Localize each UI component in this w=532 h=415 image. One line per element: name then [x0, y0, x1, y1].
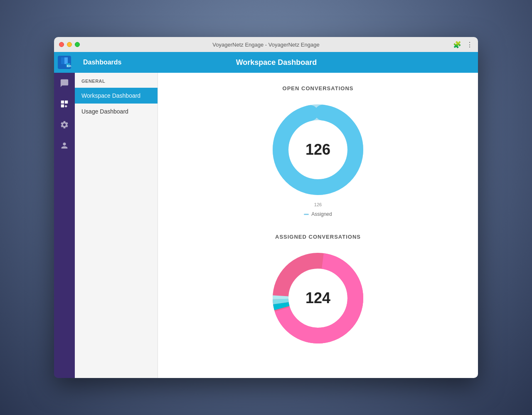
- open-conversations-legend: Assigned: [304, 211, 332, 217]
- traffic-lights: [59, 42, 80, 47]
- svg-marker-1: [61, 57, 64, 64]
- logo-inner: En: [58, 56, 71, 69]
- svg-marker-2: [64, 57, 68, 64]
- open-conversations-chart: 126: [268, 100, 368, 200]
- window-title: VoyagerNetz Engage - VoyagerNetz Engage: [212, 42, 319, 48]
- title-bar: VoyagerNetz Engage - VoyagerNetz Engage …: [54, 37, 478, 52]
- open-conversations-total: 126: [305, 141, 330, 158]
- sidebar-icons: En: [54, 52, 75, 378]
- maximize-button[interactable]: [75, 42, 80, 47]
- sidebar-item-settings[interactable]: [54, 114, 75, 135]
- more-options-icon[interactable]: ⋮: [466, 41, 473, 49]
- main-layout: GENERAL Workspace Dashboard Usage Dashbo…: [75, 73, 478, 378]
- sidebar-item-dashboards[interactable]: [54, 94, 75, 114]
- sidebar-section-general: GENERAL: [75, 73, 158, 88]
- app-container: En: [54, 52, 478, 378]
- app-logo: En: [54, 52, 75, 73]
- open-conversations-section: OPEN CONVERSATIONS 126: [214, 85, 422, 217]
- content-area: OPEN CONVERSATIONS 126: [158, 73, 478, 378]
- open-conversations-title: OPEN CONVERSATIONS: [283, 85, 354, 91]
- sidebar-item-profile[interactable]: [54, 135, 75, 156]
- svg-text:En: En: [67, 64, 71, 68]
- sidebar-menu: GENERAL Workspace Dashboard Usage Dashbo…: [75, 73, 158, 378]
- assigned-conversations-section: ASSIGNED CONVERSATIONS: [214, 234, 422, 348]
- assigned-conversations-title: ASSIGNED CONVERSATIONS: [275, 234, 361, 240]
- title-bar-actions: 🧩 ⋮: [453, 41, 473, 49]
- minimize-button[interactable]: [67, 42, 72, 47]
- puzzle-icon[interactable]: 🧩: [453, 41, 461, 49]
- assigned-conversations-total: 124: [305, 289, 330, 307]
- sidebar-item-conversations[interactable]: [54, 73, 75, 94]
- close-button[interactable]: [59, 42, 64, 47]
- header-page-title: Workspace Dashboard: [166, 58, 387, 67]
- sidebar-item-workspace-dashboard[interactable]: Workspace Dashboard: [75, 88, 158, 104]
- open-conversations-legend-value: 126: [314, 202, 322, 207]
- app-window: VoyagerNetz Engage - VoyagerNetz Engage …: [54, 37, 478, 378]
- header-section-label: Dashboards: [83, 59, 166, 66]
- app-header: Dashboards Workspace Dashboard: [75, 52, 478, 73]
- sidebar-item-usage-dashboard[interactable]: Usage Dashboard: [75, 104, 158, 119]
- legend-label-assigned: Assigned: [311, 211, 332, 217]
- assigned-conversations-chart: 124: [268, 248, 368, 348]
- legend-color-assigned: [304, 214, 309, 215]
